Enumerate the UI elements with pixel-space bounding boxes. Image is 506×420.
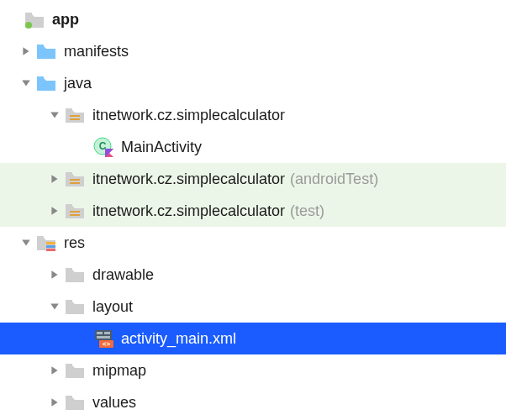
svg-rect-18 <box>46 249 55 251</box>
svg-rect-0 <box>25 13 32 15</box>
collapse-icon[interactable] <box>17 238 35 248</box>
package-icon <box>64 200 86 222</box>
svg-rect-5 <box>70 115 80 117</box>
svg-rect-4 <box>66 108 72 111</box>
tree-item-layout[interactable]: layout <box>0 291 506 323</box>
expand-icon[interactable] <box>17 46 35 56</box>
svg-rect-16 <box>46 242 55 244</box>
tree-label: drawable <box>92 266 154 284</box>
svg-rect-27 <box>66 364 72 366</box>
folder-icon <box>64 391 86 413</box>
folder-icon <box>64 360 86 381</box>
tree-item-manifests[interactable]: manifests <box>0 35 506 67</box>
svg-rect-24 <box>97 336 110 339</box>
svg-rect-20 <box>66 300 72 302</box>
svg-rect-2 <box>37 45 44 47</box>
expand-icon[interactable] <box>45 206 64 216</box>
tree-label: values <box>92 394 136 412</box>
expand-icon[interactable] <box>45 174 64 184</box>
svg-rect-14 <box>70 214 80 216</box>
tree-item-res[interactable]: res <box>0 227 506 259</box>
svg-rect-9 <box>66 172 72 175</box>
svg-rect-3 <box>37 76 44 79</box>
tree-label: java <box>64 75 92 92</box>
tree-item-app[interactable]: app <box>0 3 506 35</box>
tree-item-values[interactable]: values <box>0 386 506 418</box>
tree-label: app <box>52 11 79 29</box>
module-icon <box>24 8 45 30</box>
tree-item-package-test[interactable]: itnetwork.cz.simplecalculator (test) <box>0 195 506 227</box>
svg-rect-28 <box>66 396 72 398</box>
svg-rect-15 <box>37 236 44 239</box>
tree-item-main-activity[interactable]: C MainActivity <box>0 131 506 163</box>
expand-icon[interactable] <box>45 365 64 375</box>
tree-label: itnetwork.cz.simplecalculator <box>92 171 285 188</box>
tree-label: res <box>64 234 85 252</box>
tree-item-activity-main[interactable]: <> activity_main.xml <box>0 323 506 354</box>
tree-label: MainActivity <box>121 139 202 156</box>
svg-rect-19 <box>66 268 72 270</box>
tree-item-package-main[interactable]: itnetwork.cz.simplecalculator <box>0 99 506 131</box>
folder-icon <box>35 40 57 62</box>
svg-rect-12 <box>66 204 72 207</box>
svg-rect-22 <box>97 332 103 334</box>
tree-suffix: (androidTest) <box>290 171 378 188</box>
svg-text:<>: <> <box>103 340 111 348</box>
tree-label: activity_main.xml <box>121 330 236 348</box>
tree-suffix: (test) <box>290 202 324 220</box>
expand-icon[interactable] <box>45 270 64 280</box>
collapse-icon[interactable] <box>45 110 64 120</box>
svg-rect-21 <box>95 330 112 340</box>
svg-rect-17 <box>46 245 55 248</box>
folder-icon <box>64 296 86 318</box>
tree-item-mipmap[interactable]: mipmap <box>0 354 506 386</box>
svg-rect-6 <box>70 118 80 120</box>
tree-label: layout <box>92 298 133 316</box>
tree-label: itnetwork.cz.simplecalculator <box>92 202 285 220</box>
tree-label: mipmap <box>92 362 146 380</box>
folder-icon <box>64 264 86 286</box>
tree-item-java[interactable]: java <box>0 67 506 99</box>
svg-rect-13 <box>70 211 80 213</box>
svg-rect-23 <box>104 332 110 334</box>
collapse-icon[interactable] <box>45 302 64 312</box>
resource-folder-icon <box>35 232 57 254</box>
kotlin-class-icon: C <box>92 136 114 158</box>
folder-icon <box>35 72 57 94</box>
svg-rect-10 <box>70 179 80 181</box>
package-icon <box>64 168 86 190</box>
tree-item-package-androidtest[interactable]: itnetwork.cz.simplecalculator (androidTe… <box>0 163 506 195</box>
tree-label: manifests <box>64 43 129 60</box>
tree-label: itnetwork.cz.simplecalculator <box>92 107 285 124</box>
collapse-icon[interactable] <box>17 78 35 88</box>
package-icon <box>64 104 86 126</box>
tree-item-drawable[interactable]: drawable <box>0 259 506 291</box>
expand-icon[interactable] <box>45 397 64 407</box>
svg-rect-11 <box>70 182 80 184</box>
layout-xml-icon: <> <box>92 328 114 349</box>
svg-point-1 <box>25 22 32 29</box>
